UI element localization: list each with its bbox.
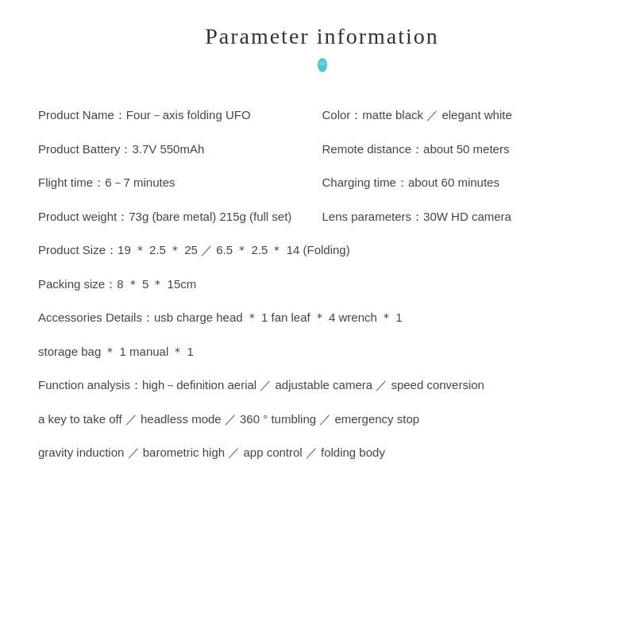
param-right-0: Color：matte black ／ elegant white: [322, 106, 607, 125]
param-full-9: a key to take off ／ headless mode ／ 360 …: [38, 403, 606, 437]
param-row-2: Flight time：6－7 minutesCharging time：abo…: [38, 166, 606, 200]
page-title: Parameter information: [38, 24, 606, 49]
param-right-1: Remote distance：about 50 meters: [322, 141, 607, 159]
param-full-7: storage bag ＊ 1 manual ＊ 1: [38, 335, 606, 369]
param-left-2: Flight time：6－7 minutes: [38, 174, 310, 192]
param-full-10: gravity induction ／ barometric high ／ ap…: [38, 436, 606, 470]
page-container: Parameter information Product Name：Four－…: [0, 0, 644, 644]
param-left-0: Product Name：Four－axis folding UFO: [38, 106, 310, 125]
param-row-0: Product Name：Four－axis folding UFOColor：…: [38, 98, 606, 133]
param-left-1: Product Battery：3.7V 550mAh: [38, 141, 310, 159]
svg-point-1: [319, 61, 326, 66]
param-right-3: Lens parameters：30W HD camera: [322, 208, 607, 226]
param-full-8: Function analysis：high－definition aerial…: [38, 368, 606, 403]
title-icon-area: [38, 57, 606, 83]
params-grid: Product Name：Four－axis folding UFOColor：…: [38, 98, 606, 470]
param-full-4: Product Size：19 ＊ 2.5 ＊ 25 ／ 6.5 ＊ 2.5 ＊…: [38, 233, 606, 268]
param-full-5: Packing size：8 ＊ 5 ＊ 15cm: [38, 268, 606, 302]
param-left-3: Product weight：73g (bare metal) 215g (fu…: [38, 208, 310, 226]
param-row-1: Product Battery：3.7V 550mAhRemote distan…: [38, 133, 606, 167]
drone-icon: [314, 57, 331, 79]
param-row-3: Product weight：73g (bare metal) 215g (fu…: [38, 200, 606, 234]
param-full-6: Accessories Details：usb charge head ＊ 1 …: [38, 301, 606, 335]
param-right-2: Charging time：about 60 minutes: [322, 174, 607, 192]
